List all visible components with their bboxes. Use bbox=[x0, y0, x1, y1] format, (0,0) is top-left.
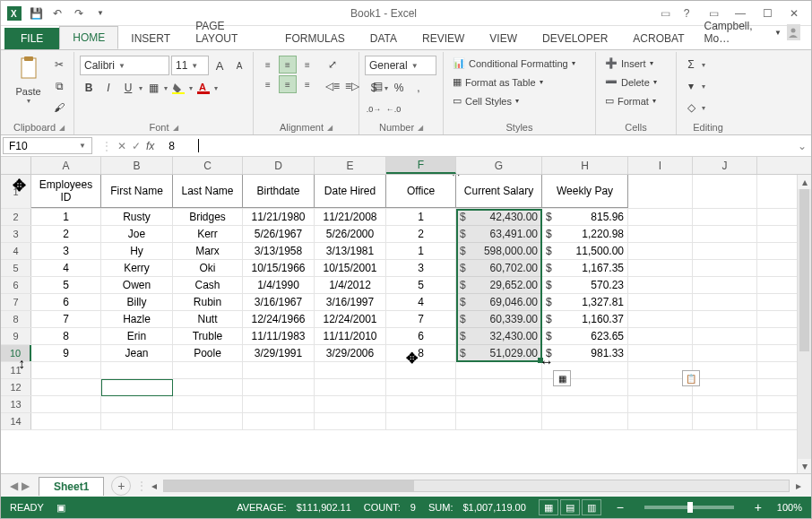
fill-icon[interactable]: ▾ bbox=[682, 77, 700, 95]
cells-format-button[interactable]: ▭Format▾ bbox=[601, 93, 660, 108]
cell[interactable] bbox=[456, 396, 542, 412]
cell[interactable] bbox=[693, 243, 757, 259]
cell[interactable] bbox=[693, 277, 757, 293]
align-bottom-icon[interactable]: ≡ bbox=[298, 56, 316, 74]
cell[interactable] bbox=[693, 294, 757, 310]
border-icon[interactable]: ▦ bbox=[144, 79, 162, 97]
cell[interactable] bbox=[693, 175, 757, 208]
cell[interactable] bbox=[243, 413, 315, 429]
cell[interactable]: 11/21/1980 bbox=[243, 209, 315, 225]
cell[interactable]: 11/11/1983 bbox=[243, 328, 315, 344]
scroll-left-icon[interactable]: ◂ bbox=[147, 479, 161, 493]
cell[interactable] bbox=[693, 328, 757, 344]
cell[interactable]: $598,000.00 bbox=[456, 243, 542, 259]
tab-insert[interactable]: INSERT bbox=[118, 28, 183, 49]
tab-review[interactable]: REVIEW bbox=[410, 28, 477, 49]
horizontal-scrollbar[interactable]: ⋮ ◂ ▸ bbox=[131, 479, 811, 493]
cell[interactable] bbox=[628, 260, 693, 276]
header-office[interactable]: Office bbox=[386, 175, 456, 208]
zoom-slider[interactable] bbox=[644, 506, 734, 509]
sheet-nav-next-icon[interactable]: ▶ bbox=[22, 480, 30, 492]
bold-button[interactable]: B bbox=[80, 79, 98, 97]
enter-formula-icon[interactable]: ✓ bbox=[132, 140, 141, 152]
cell[interactable]: Kerr bbox=[173, 226, 243, 242]
cell[interactable] bbox=[386, 413, 456, 429]
cell[interactable] bbox=[31, 413, 101, 429]
grow-font-icon[interactable]: A bbox=[211, 56, 229, 74]
header-date-hired[interactable]: Date Hired bbox=[315, 175, 386, 208]
cell[interactable]: Jean bbox=[101, 345, 173, 361]
cell[interactable] bbox=[173, 396, 243, 412]
row-header-10[interactable]: 10 bbox=[1, 345, 31, 361]
cell[interactable] bbox=[628, 226, 693, 242]
tab-developer[interactable]: DEVELOPER bbox=[530, 28, 620, 49]
touch-mode-icon[interactable]: ▭ bbox=[657, 4, 673, 23]
cell[interactable]: Hy bbox=[101, 243, 173, 259]
cell[interactable] bbox=[31, 396, 101, 412]
conditional-formatting-button[interactable]: 📊Conditional Formatting▾ bbox=[449, 56, 579, 71]
tab-view[interactable]: VIEW bbox=[477, 28, 530, 49]
header-birthdate[interactable]: Birthdate bbox=[243, 175, 315, 208]
cell[interactable] bbox=[693, 209, 757, 225]
decrease-decimal-icon[interactable]: ←.0 bbox=[384, 100, 402, 118]
font-size-combo[interactable]: 11▼ bbox=[171, 56, 209, 75]
header-salary[interactable]: Current Salary bbox=[456, 175, 542, 208]
cell[interactable]: Hazle bbox=[101, 311, 173, 327]
decrease-indent-icon[interactable]: ◁≡ bbox=[324, 77, 341, 95]
cell[interactable]: $42,430.00 bbox=[456, 209, 542, 225]
cell[interactable] bbox=[628, 413, 693, 429]
cell[interactable]: Oki bbox=[173, 260, 243, 276]
cell[interactable]: 6 bbox=[386, 328, 456, 344]
shrink-font-icon[interactable]: A bbox=[230, 56, 248, 74]
cell[interactable] bbox=[101, 396, 173, 412]
cell[interactable] bbox=[628, 294, 693, 310]
cell[interactable] bbox=[315, 396, 386, 412]
header-last-name[interactable]: Last Name bbox=[173, 175, 243, 208]
cell[interactable]: $1,160.37 bbox=[542, 311, 628, 327]
cell[interactable]: $60,339.00 bbox=[456, 311, 542, 327]
cell[interactable]: 2 bbox=[31, 226, 101, 242]
cell[interactable] bbox=[315, 379, 386, 395]
scroll-up-icon[interactable]: ▴ bbox=[798, 175, 811, 189]
cell[interactable] bbox=[628, 345, 693, 361]
tab-pagelayout[interactable]: PAGE LAYOUT bbox=[183, 15, 272, 49]
cell[interactable]: 3/29/1991 bbox=[243, 345, 315, 361]
row-header-8[interactable]: 8 bbox=[1, 311, 31, 327]
cell[interactable]: $63,491.00 bbox=[456, 226, 542, 242]
cell[interactable] bbox=[628, 277, 693, 293]
cell[interactable] bbox=[315, 362, 386, 378]
cell[interactable] bbox=[693, 396, 757, 412]
cell[interactable]: 11/11/2010 bbox=[315, 328, 386, 344]
cell[interactable]: 5/26/1967 bbox=[243, 226, 315, 242]
format-painter-icon[interactable]: 🖌 bbox=[50, 99, 68, 117]
scroll-down-icon[interactable]: ▾ bbox=[798, 459, 811, 473]
cell[interactable]: $981.33 bbox=[542, 345, 628, 361]
cell[interactable]: 10/15/2001 bbox=[315, 260, 386, 276]
view-pagebreak-icon[interactable]: ▥ bbox=[582, 499, 601, 515]
cell[interactable] bbox=[693, 345, 757, 361]
cell[interactable]: 8 bbox=[386, 345, 456, 361]
italic-button[interactable]: I bbox=[99, 79, 117, 97]
cell[interactable]: Billy bbox=[101, 294, 173, 310]
col-header-E[interactable]: E bbox=[315, 157, 386, 174]
row-header-12[interactable]: 12 bbox=[1, 379, 31, 395]
col-header-J[interactable]: J bbox=[693, 157, 757, 174]
cell[interactable] bbox=[693, 362, 757, 378]
cell[interactable]: 3/16/1997 bbox=[315, 294, 386, 310]
expand-formula-bar-icon[interactable]: ⌄ bbox=[793, 135, 811, 156]
row-header-9[interactable]: 9 bbox=[1, 328, 31, 344]
font-color-icon[interactable]: A bbox=[194, 79, 212, 97]
new-sheet-icon[interactable]: + bbox=[111, 476, 131, 496]
cell[interactable] bbox=[456, 362, 542, 378]
cell[interactable]: 12/24/2001 bbox=[315, 311, 386, 327]
cut-icon[interactable]: ✂ bbox=[50, 56, 68, 74]
cell[interactable]: $623.65 bbox=[542, 328, 628, 344]
cells-insert-button[interactable]: ➕Insert▾ bbox=[601, 56, 657, 71]
percent-icon[interactable]: % bbox=[390, 79, 408, 97]
redo-icon[interactable]: ↷ bbox=[69, 4, 89, 23]
cell[interactable] bbox=[386, 379, 456, 395]
cell[interactable]: 11/21/2008 bbox=[315, 209, 386, 225]
zoom-level[interactable]: 100% bbox=[777, 502, 802, 513]
cell[interactable]: 10/15/1966 bbox=[243, 260, 315, 276]
name-box[interactable]: F10▼ bbox=[3, 137, 92, 154]
